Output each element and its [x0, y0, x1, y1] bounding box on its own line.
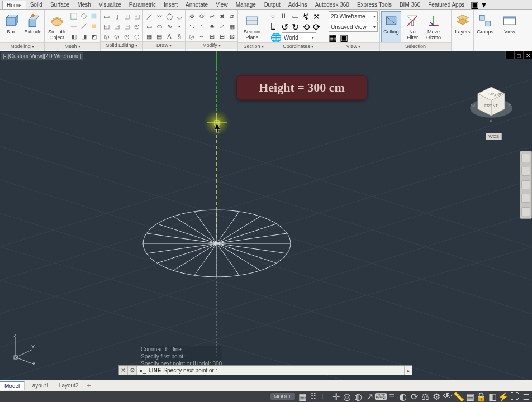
ucs-2-icon[interactable]: ⌗: [281, 11, 291, 21]
panel-title-selection[interactable]: Selection: [380, 42, 451, 50]
nav-zoom-icon[interactable]: [521, 180, 530, 189]
command-prompt[interactable]: ▸_ LINE Specify next point or :: [137, 367, 404, 374]
draw-hatch-icon[interactable]: ▦: [144, 31, 154, 41]
mesh-tool-6-icon[interactable]: [89, 21, 99, 31]
se-2-icon[interactable]: ▯: [112, 11, 122, 21]
ribbon-tab-bim360[interactable]: BIM 360: [396, 1, 424, 9]
status-annoscale-icon[interactable]: ⚖: [421, 393, 429, 400]
nav-showmotion-icon[interactable]: [521, 207, 530, 216]
status-otrack-icon[interactable]: ↗: [365, 393, 373, 400]
se-7-icon[interactable]: ◳: [122, 21, 132, 31]
panel-title-draw[interactable]: Draw▾: [143, 41, 185, 49]
status-cleanscreen-icon[interactable]: ⛶: [511, 393, 519, 400]
ribbon-tab-manage[interactable]: Manage: [232, 1, 260, 9]
ucs-3-icon[interactable]: ⌙: [292, 11, 302, 21]
se-5-icon[interactable]: ◱: [102, 21, 112, 31]
ucs-1-icon[interactable]: ⌖: [270, 11, 281, 21]
world-ucs-icon[interactable]: 🌐: [270, 32, 281, 42]
draw-helix-icon[interactable]: §: [174, 31, 184, 41]
command-close-icon[interactable]: ✕: [119, 366, 128, 375]
view-button[interactable]: View: [500, 11, 520, 42]
command-config-icon[interactable]: ⚙: [128, 366, 137, 375]
ribbon-tab-a360[interactable]: Autodesk 360: [311, 1, 353, 9]
modify-offset-icon[interactable]: ◎: [187, 31, 197, 41]
status-trans-icon[interactable]: ◐: [399, 393, 407, 400]
status-polar-icon[interactable]: ✛: [332, 393, 340, 400]
panel-title-modeling[interactable]: Modeling▾: [0, 42, 44, 50]
panel-title-coordinates[interactable]: Coordinates▾: [269, 42, 327, 50]
ucs-triad[interactable]: Z Y X: [4, 333, 38, 366]
modify-14-icon[interactable]: ⊟: [217, 31, 227, 41]
nav-wheel-icon[interactable]: [521, 154, 530, 162]
ucs-8-icon[interactable]: ↻: [292, 22, 302, 32]
mesh-tool-5-icon[interactable]: [79, 21, 89, 31]
status-lineweight-icon[interactable]: ≡: [388, 393, 396, 400]
modify-rotate-icon[interactable]: ⟳: [197, 11, 207, 21]
ribbon-tab-view[interactable]: View: [212, 1, 232, 9]
nav-orbit-icon[interactable]: [521, 194, 530, 203]
se-8-icon[interactable]: ◴: [132, 21, 142, 31]
status-lockui-icon[interactable]: 🔒: [477, 393, 485, 400]
mesh-tool-9-icon[interactable]: ◩: [89, 31, 99, 41]
ribbon-tab-featured[interactable]: Featured Apps: [424, 1, 468, 9]
draw-polyline-icon[interactable]: 〰: [154, 11, 164, 21]
section-plane-button[interactable]: Section Plane: [239, 11, 265, 42]
layers-button[interactable]: Layers: [453, 11, 473, 42]
status-3dosnap-icon[interactable]: ◍: [354, 393, 362, 400]
layout-tab-model[interactable]: Model: [0, 381, 25, 390]
viewcube[interactable]: FRONT RIGHT TOP W S E: [467, 79, 515, 127]
status-workspace-icon[interactable]: ⚙: [433, 393, 440, 400]
modify-mirror-icon[interactable]: ⇋: [187, 21, 197, 31]
panel-title-mesh[interactable]: Mesh▾: [45, 42, 100, 50]
status-osnap-icon[interactable]: ◎: [343, 393, 351, 400]
wcs-badge[interactable]: WCS: [486, 133, 502, 140]
layout-tab-add-icon[interactable]: +: [83, 382, 94, 390]
panel-title-modify[interactable]: Modify▾: [186, 41, 238, 49]
draw-spline-icon[interactable]: ∿: [164, 21, 174, 31]
ucs-10-icon[interactable]: ⟳: [313, 22, 323, 32]
ribbon-tab-addins[interactable]: Add-ins: [284, 1, 311, 9]
mesh-tool-4-icon[interactable]: [69, 21, 79, 31]
visual-style-combo[interactable]: 2D Wireframe▾: [329, 11, 378, 21]
saved-view-combo[interactable]: Unsaved View▾: [329, 22, 378, 32]
ribbon-tab-parametric[interactable]: Parametric: [125, 1, 160, 9]
status-grid-icon[interactable]: ▦: [298, 393, 306, 400]
panel-title-view[interactable]: View▾: [327, 42, 379, 50]
modify-fillet-icon[interactable]: ◜: [197, 21, 207, 31]
culling-button[interactable]: Culling: [381, 11, 401, 42]
draw-rect-icon[interactable]: ▭: [144, 21, 154, 31]
modify-trim-icon[interactable]: ✂: [207, 11, 217, 21]
status-snap-icon[interactable]: ⠿: [310, 393, 317, 400]
status-annomon-icon[interactable]: 👁: [444, 393, 452, 400]
extrude-button[interactable]: Extrude: [23, 11, 44, 42]
se-9-icon[interactable]: ◵: [102, 31, 112, 41]
ucs-4-icon[interactable]: ↯: [302, 11, 312, 21]
panel-title-solid-editing[interactable]: Solid Editing▾: [101, 41, 142, 49]
ribbon-tab-annotate[interactable]: Annotate: [182, 1, 212, 9]
modify-array-icon[interactable]: ▦: [227, 21, 237, 31]
modify-13-icon[interactable]: ⊞: [207, 31, 217, 41]
ucs-world-combo[interactable]: World▾: [282, 32, 316, 42]
ribbon-tab-surface[interactable]: Surface: [46, 1, 73, 9]
status-units-icon[interactable]: 📏: [455, 393, 463, 400]
view-2-icon[interactable]: ▣: [340, 32, 350, 42]
ribbon-tab-mesh[interactable]: Mesh: [73, 1, 94, 9]
layout-tab-layout2[interactable]: Layout2: [54, 381, 84, 390]
ucs-9-icon[interactable]: ⟲: [302, 22, 312, 32]
ribbon-overflow-icon[interactable]: ▣ ▾: [471, 0, 486, 10]
panel-title-section[interactable]: Section▾: [238, 42, 269, 50]
drawing-area[interactable]: [-][Custom View][2D Wireframe] — □ ✕: [0, 51, 532, 391]
draw-point-icon[interactable]: •: [174, 21, 184, 31]
move-gizmo-button[interactable]: Move Gizmo: [424, 11, 444, 42]
status-customize-icon[interactable]: ≣: [522, 393, 530, 400]
drawing-canvas[interactable]: [0, 51, 532, 391]
command-line[interactable]: ✕ ⚙ ▸_ LINE Specify next point or : ▴: [118, 365, 412, 375]
modify-move-icon[interactable]: ✥: [187, 11, 197, 21]
ucs-7-icon[interactable]: ↺: [281, 22, 291, 32]
nav-pan-icon[interactable]: [521, 167, 530, 176]
modify-scale-icon[interactable]: ⤢: [217, 21, 227, 31]
se-3-icon[interactable]: ◫: [122, 11, 132, 21]
mesh-tool-2-icon[interactable]: [79, 11, 89, 21]
modify-stretch-icon[interactable]: ↔: [197, 31, 207, 41]
ribbon-tab-insert[interactable]: Insert: [160, 1, 182, 9]
